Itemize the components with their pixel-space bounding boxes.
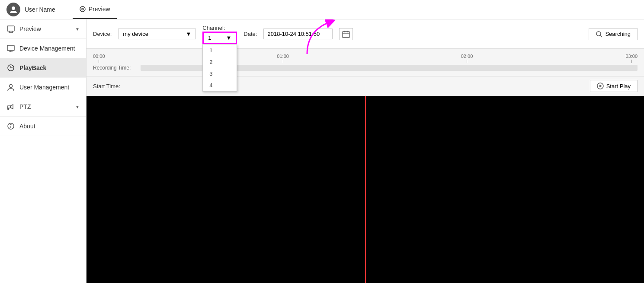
start-play-button[interactable]: Start Play <box>590 80 638 92</box>
sidebar-item-about[interactable]: About <box>0 117 86 136</box>
svg-point-0 <box>12 6 15 10</box>
channel-select[interactable]: 1 ▼ <box>202 32 237 44</box>
video-panel-right <box>366 96 644 283</box>
tick-label-0100: 01:00 <box>277 54 289 59</box>
svg-point-29 <box>596 32 601 36</box>
device-value: my device <box>123 31 148 37</box>
svg-rect-14 <box>7 106 10 108</box>
sidebar-label-device-mgmt: Device Management <box>19 45 75 52</box>
timeline-area: 00:00 01:00 02:00 03:00 Recording Time: <box>87 49 644 76</box>
sidebar-label-about: About <box>19 123 35 130</box>
user-name: User Name <box>25 6 55 13</box>
svg-rect-7 <box>7 45 14 51</box>
video-panel-left <box>87 96 365 283</box>
main-layout: Preview ▼ Device Management <box>0 19 644 283</box>
svg-marker-32 <box>599 85 602 87</box>
svg-point-13 <box>10 85 13 88</box>
clock-icon <box>6 64 15 72</box>
computer-icon <box>6 44 15 53</box>
channel-option-3[interactable]: 3 <box>203 68 237 79</box>
tick-0100: 01:00 <box>277 54 289 63</box>
chevron-down-icon: ▼ <box>75 27 80 32</box>
svg-point-2 <box>82 8 83 10</box>
chevron-down-icon-ptz: ▼ <box>75 105 80 109</box>
recording-row: Recording Time: <box>87 63 644 73</box>
device-label: Device: <box>93 31 112 37</box>
ptz-icon <box>6 102 15 111</box>
avatar <box>6 3 20 16</box>
svg-rect-22 <box>343 32 349 38</box>
tick-label-0000: 00:00 <box>93 54 105 59</box>
channel-wrapper: Channel: 1 ▼ 1 2 3 4 <box>202 24 237 44</box>
timeline-ruler: 00:00 01:00 02:00 03:00 <box>87 52 644 63</box>
tick-label-0200: 02:00 <box>461 54 473 59</box>
content: Device: my device ▼ Channel: 1 ▼ 1 2 3 4 <box>87 19 644 283</box>
start-time-label: Start Time: <box>93 83 120 89</box>
tick-0300: 03:00 <box>625 54 638 63</box>
date-input[interactable] <box>263 29 333 39</box>
sidebar-item-playback[interactable]: PlayBack <box>0 58 86 78</box>
sidebar-label-preview: Preview <box>19 25 41 32</box>
tick-0200: 02:00 <box>461 54 473 63</box>
device-select[interactable]: my device ▼ <box>118 29 196 39</box>
search-label: Searching <box>605 31 631 37</box>
info-icon <box>6 122 15 130</box>
channel-label: Channel: <box>202 25 225 31</box>
sidebar-item-device-management[interactable]: Device Management <box>0 39 86 58</box>
tab-preview[interactable]: Preview <box>73 0 117 19</box>
recording-time-label: Recording Time: <box>93 65 136 71</box>
sidebar: Preview ▼ Device Management <box>0 19 87 283</box>
svg-point-20 <box>10 124 11 125</box>
video-area <box>87 96 644 283</box>
channel-option-4[interactable]: 4 <box>203 79 237 91</box>
sidebar-item-user-management[interactable]: User Management <box>0 78 86 97</box>
svg-line-30 <box>600 35 602 37</box>
device-chevron-icon: ▼ <box>186 31 191 37</box>
channel-option-1[interactable]: 1 <box>203 45 237 56</box>
svg-rect-3 <box>7 26 14 31</box>
tick-0000: 00:00 <box>93 54 105 63</box>
calendar-icon[interactable] <box>339 28 353 40</box>
channel-option-2[interactable]: 2 <box>203 56 237 68</box>
sidebar-label-ptz: PTZ <box>19 103 31 110</box>
top-bar: User Name Preview <box>0 0 644 19</box>
start-play-label: Start Play <box>606 83 631 89</box>
sidebar-label-user-mgmt: User Management <box>19 84 69 91</box>
svg-marker-15 <box>10 105 13 109</box>
svg-point-1 <box>80 6 85 12</box>
start-time-row: Start Time: Start Play <box>87 76 644 96</box>
sidebar-item-ptz[interactable]: PTZ ▼ <box>0 97 86 117</box>
tick-label-0300: 03:00 <box>625 54 638 59</box>
sidebar-item-preview[interactable]: Preview ▼ <box>0 19 86 39</box>
tab-preview-label: Preview <box>89 6 110 13</box>
person-icon <box>6 83 15 92</box>
channel-chevron-icon: ▼ <box>226 35 231 41</box>
sidebar-label-playback: PlayBack <box>19 64 46 71</box>
search-button[interactable]: Searching <box>589 28 638 40</box>
channel-value: 1 <box>208 35 211 41</box>
monitor-icon <box>6 25 15 33</box>
date-label: Date: <box>244 31 257 37</box>
channel-dropdown: 1 2 3 4 <box>202 44 237 92</box>
toolbar: Device: my device ▼ Channel: 1 ▼ 1 2 3 4 <box>87 19 644 49</box>
